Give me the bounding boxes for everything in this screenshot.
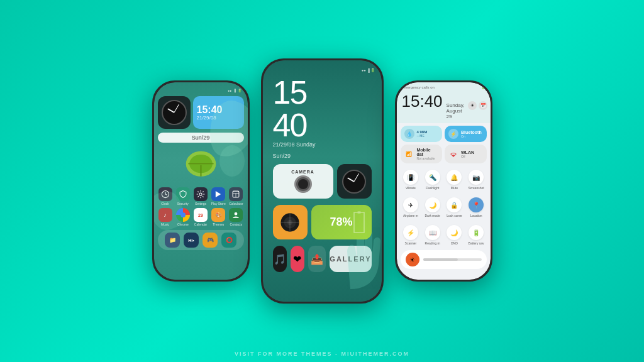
wlan-tile[interactable]: WLAN Off: [445, 145, 487, 163]
app-calendar-label: Calendar: [194, 222, 207, 226]
qa-flashlight[interactable]: 🔦 Flashlight: [422, 167, 443, 192]
analog-clock-widget: [158, 96, 191, 129]
center-clock-area: 15 40 21/29/08 Sunday Sun/29: [268, 76, 377, 159]
mobile-status: Not available: [416, 156, 438, 160]
app-tiktok[interactable]: 🎵: [273, 246, 287, 272]
app-clock-label: Clock: [161, 202, 169, 206]
mobile-tile[interactable]: 📶 Mobile dat Not available: [401, 145, 443, 163]
qa-darkmode[interactable]: 🌙 Dark mode: [422, 195, 443, 220]
mobile-icon: 📶: [404, 149, 414, 159]
qa-flashlight-label: Flashlight: [426, 186, 439, 190]
qa-battery[interactable]: 🔋 Battery sav: [466, 222, 487, 248]
bluetooth-status: On: [461, 134, 482, 138]
vibrate-icon: 📳: [403, 170, 418, 185]
reading-icon: 📖: [425, 225, 440, 240]
brightness-section: ☀: [397, 249, 491, 273]
camera-label: CAMERA: [291, 170, 314, 174]
bluetooth-label: Bluetooth: [461, 130, 482, 134]
darkmode-icon: 🌙: [425, 197, 440, 212]
qa-scanner-label: Scanner: [405, 241, 417, 245]
big-time-top: 15: [273, 74, 307, 111]
brightness-slider[interactable]: [423, 258, 482, 261]
app-contacts[interactable]: Contacts: [228, 208, 243, 226]
dock-hifi[interactable]: Hi•: [184, 233, 199, 248]
big-time-bottom: 40: [273, 107, 307, 143]
app-redfm[interactable]: ❤: [291, 246, 304, 272]
qa-darkmode-label: Dark mode: [425, 214, 440, 217]
camera-widget[interactable]: CAMERA: [273, 164, 333, 199]
app-music-label: Music: [161, 222, 169, 226]
right-header: 15:40 Sunday, August 29 ☀ 📅: [397, 90, 491, 123]
svg-marker-8: [216, 191, 221, 197]
app-calculator[interactable]: Calculator: [228, 187, 243, 206]
app-calc-label: Calculator: [229, 202, 243, 206]
qa-airplane[interactable]: ✈ Airplane m: [401, 195, 421, 220]
qa-location[interactable]: 📍 Location: [466, 195, 487, 220]
battery-widget: 78%: [311, 205, 372, 239]
app-contacts-label: Contacts: [230, 222, 243, 226]
bluetooth-tile[interactable]: ⚡ Bluetooth On: [445, 126, 487, 142]
qa-lockscreen[interactable]: 🔒 Lock scree: [444, 195, 465, 220]
dock-app3[interactable]: 🎮: [203, 233, 218, 248]
camera-lens: [294, 175, 312, 193]
center-screen: ●● ▐ 🔋 15 40 21/29/08 Sunday Sun/29 CAME…: [263, 60, 382, 302]
qa-reading-label: Reading m: [425, 241, 440, 245]
left-screen: ●● ▐ 🔋 15:40 21/29/08: [154, 82, 248, 280]
control-grid: 💧 4 98M -- ME ⚡ Bluetooth On: [397, 123, 491, 166]
watermark: VISIT FOR MORE THEMES - MIUITHEMER.COM: [235, 351, 409, 357]
app-play-store[interactable]: Play Store: [211, 187, 226, 206]
lockscreen-icon: 🔒: [447, 197, 462, 212]
wlan-status: Off: [461, 155, 474, 158]
camera-app-widget[interactable]: [273, 205, 308, 239]
qa-screenshot[interactable]: 📷 Screenshot: [466, 167, 487, 192]
emergency-text: Emergency calls on: [402, 85, 435, 89]
qa-reading[interactable]: 📖 Reading m: [422, 222, 443, 248]
mute-icon: 🔔: [447, 170, 462, 185]
brightness-btn[interactable]: ☀: [406, 253, 419, 266]
svg-point-7: [199, 193, 202, 195]
airplane-icon: ✈: [403, 197, 418, 212]
qa-dnd[interactable]: 🌙 DND: [444, 222, 465, 248]
app-chrome[interactable]: Chrome: [175, 208, 191, 226]
scanner-icon: ⚡: [403, 225, 418, 240]
mobile-label: Mobile dat: [416, 148, 438, 156]
right-date: Sunday, August 29: [447, 102, 465, 119]
wlan-icon: [448, 149, 458, 159]
app-themes[interactable]: 🎨 Themes: [211, 208, 226, 226]
dock: 📁 Hi• 🎮 ⭕: [158, 230, 244, 250]
qa-location-label: Location: [470, 214, 482, 217]
flashlight-icon: 🔦: [425, 170, 440, 185]
phone-left: ●● ▐ 🔋 15:40 21/29/08: [152, 80, 250, 282]
quick-actions-row1: 📳 Vibrate 🔦 Flashlight 🔔 Mute 📷 Screensh…: [397, 166, 491, 194]
left-status-bar: ●● ▐ 🔋: [158, 87, 244, 94]
app-settings[interactable]: Settings: [193, 187, 208, 206]
qa-vibrate[interactable]: 📳 Vibrate: [401, 167, 421, 192]
app-security-label: Security: [177, 202, 189, 206]
qa-screenshot-label: Screenshot: [468, 186, 484, 190]
dock-files[interactable]: 📁: [165, 233, 180, 248]
app-themes-label: Themes: [213, 222, 224, 226]
upload-widget[interactable]: 📤: [308, 246, 326, 272]
wifi-tile[interactable]: 💧 4 98M -- ME: [401, 126, 443, 142]
center-date-line2: Sun/29: [273, 153, 372, 159]
qa-battery-label: Battery sav: [469, 241, 484, 245]
quick-actions-row2: ✈ Airplane m 🌙 Dark mode 🔒 Lock scree 📍 …: [397, 194, 491, 221]
qa-lockscreen-label: Lock scree: [447, 214, 462, 217]
qa-scanner[interactable]: ⚡ Scanner: [401, 222, 421, 248]
dock-app4[interactable]: ⭕: [221, 233, 236, 248]
qa-mute[interactable]: 🔔 Mute: [444, 167, 465, 192]
dnd-icon: 🌙: [447, 225, 462, 240]
phone-right: Emergency calls on 🔋 15:40 Sunday, Augus…: [395, 80, 492, 282]
calendar-icon-small: 📅: [479, 101, 487, 110]
wlan-label: WLAN: [461, 150, 474, 155]
sun-icon: ☀: [468, 101, 477, 110]
right-screen: Emergency calls on 🔋 15:40 Sunday, Augus…: [397, 82, 491, 280]
app-calendar[interactable]: 29 Calendar: [193, 208, 208, 226]
svg-point-12: [235, 212, 238, 216]
center-date-line1: 21/29/08 Sunday: [273, 141, 372, 148]
right-status-bar: Emergency calls on 🔋: [397, 82, 491, 90]
app-chrome-label: Chrome: [177, 222, 189, 226]
qa-airplane-label: Airplane m: [403, 214, 418, 217]
quick-actions-row3: ⚡ Scanner 📖 Reading m 🌙 DND 🔋 Battery sa…: [397, 221, 491, 249]
umbrella-icon: [184, 148, 218, 182]
